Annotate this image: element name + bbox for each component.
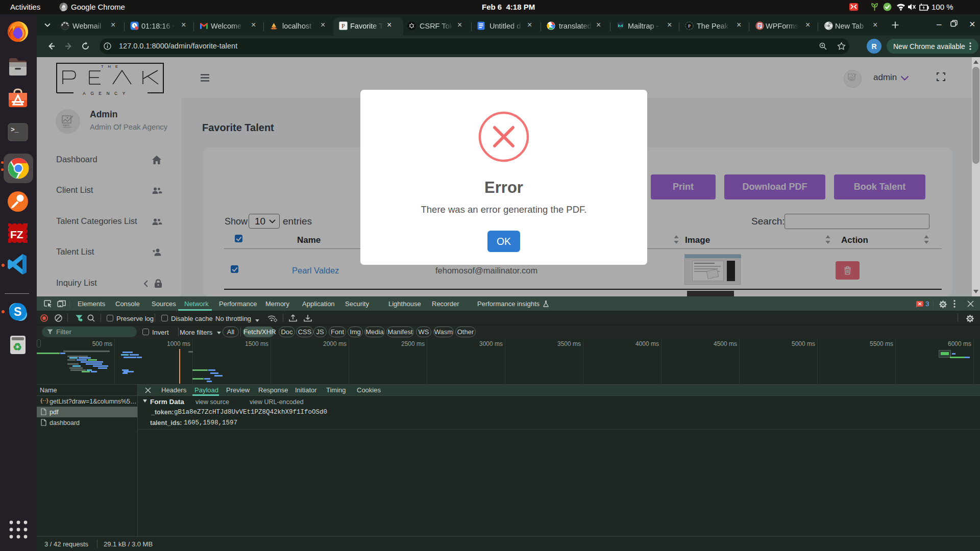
- svg-text:P: P: [688, 23, 691, 29]
- svg-text:P: P: [341, 22, 345, 30]
- svg-text:>_: >_: [11, 126, 19, 134]
- svg-text:♻: ♻: [13, 341, 22, 353]
- svg-text:FZ: FZ: [10, 229, 23, 240]
- svg-text:S: S: [14, 305, 21, 318]
